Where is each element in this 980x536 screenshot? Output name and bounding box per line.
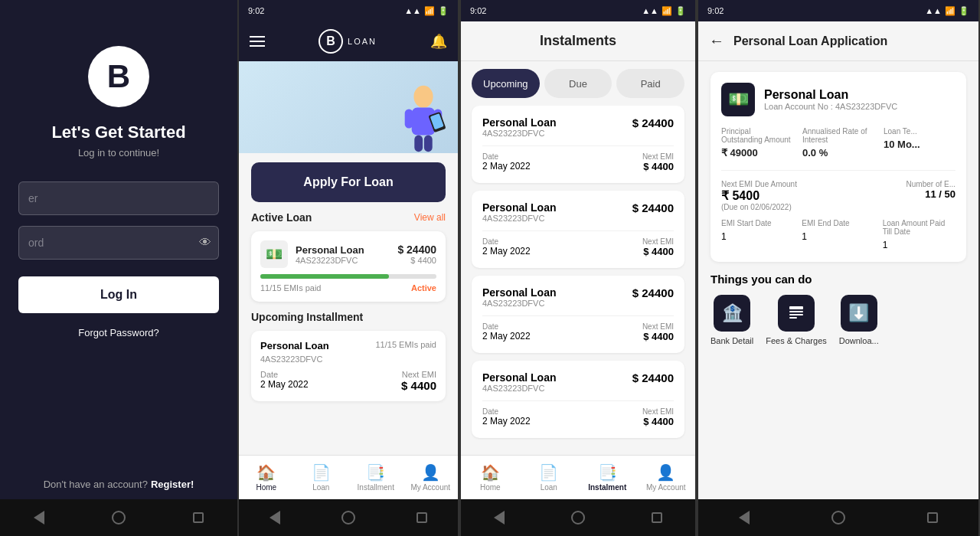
progress-fill	[260, 274, 389, 279]
back-nav-home[interactable]	[270, 511, 280, 525]
inst-header: Instalments	[461, 21, 695, 61]
end-date-cell: EMI End Date 1	[802, 219, 874, 251]
register-row: Don't have an account? Register!	[0, 479, 237, 490]
loan-name: Personal Loan	[296, 244, 364, 256]
detail-loan-name: Personal Loan	[764, 88, 897, 102]
home-nav-detail[interactable]	[831, 511, 845, 525]
username-input[interactable]	[18, 181, 219, 215]
inst-card-4: Personal Loan 4AS23223DFVC $ 24400 Date …	[472, 361, 684, 438]
loan-amount-right: $ 24400 $ 4400	[397, 243, 436, 265]
login-panel: B Let's Get Started Log in to continue! …	[0, 0, 237, 536]
inst-card-1: Personal Loan 4AS23223DFVC $ 24400 Date …	[472, 106, 684, 183]
home-nav-inst[interactable]	[571, 511, 585, 525]
inst-nav-loan[interactable]: 📄 Loan	[520, 456, 579, 499]
loan-amount: $ 24400	[397, 243, 436, 256]
nav-home-label: Home	[256, 483, 276, 492]
inst-loan-icon: 📄	[539, 463, 558, 482]
upcoming-loan-id: 4AS23223DFVC	[260, 355, 436, 364]
emi-row: Next EMI Due Amount ₹ 5400 (Due on 02/06…	[721, 180, 956, 211]
password-input[interactable]	[18, 226, 219, 260]
home-content: Active Loan View all 💵 Personal Loan 4AS…	[239, 211, 458, 536]
nav-installment[interactable]: 📑 Installment	[348, 456, 403, 499]
bell-icon[interactable]: 🔔	[430, 33, 447, 50]
home-nav-icon[interactable]	[112, 511, 126, 525]
inst-card-3: Personal Loan 4AS23223DFVC $ 24400 Date …	[472, 276, 684, 353]
loan-info: Personal Loan 4AS23223DFVC	[296, 244, 364, 265]
recent-nav-inst[interactable]	[652, 512, 662, 523]
inst-nav-installment[interactable]: 📑 Instalment	[578, 456, 637, 499]
detail-content: 💵 Personal Loan Loan Account No : 4AS232…	[698, 61, 978, 536]
inst-card-2: Personal Loan 4AS23223DFVC $ 24400 Date …	[472, 191, 684, 268]
recent-nav-detail[interactable]	[927, 512, 938, 523]
principal-cell: Principal Outstanding Amount ₹ 49000	[721, 127, 793, 159]
hamburger-menu[interactable]	[250, 36, 265, 47]
download-item[interactable]: ⬇️ Downloa...	[839, 295, 879, 345]
nav-home[interactable]: 🏠 Home	[239, 456, 294, 499]
inst-loan-label: Loan	[541, 483, 557, 492]
inst-loan-name-3: Personal Loan	[482, 286, 556, 299]
loan-emi: $ 4400	[397, 256, 436, 265]
login-button[interactable]: Log In	[18, 276, 219, 313]
status-bar-detail: 9:02 ▲▲ 📶 🔋	[698, 0, 978, 21]
no-account-text: Don't have an account?	[44, 479, 148, 490]
inst-nav-account[interactable]: 👤 My Account	[637, 456, 696, 499]
inst-loan-id-1: 4AS23223DFVC	[482, 129, 556, 138]
inst-home-icon: 🏠	[481, 463, 500, 482]
view-all-link[interactable]: View all	[414, 212, 446, 223]
svg-point-0	[413, 86, 433, 108]
fees-charges-item[interactable]: Fees & Charges	[766, 295, 826, 345]
nav-loan[interactable]: 📄 Loan	[294, 456, 349, 499]
inst-nav-home[interactable]: 🏠 Home	[461, 456, 520, 499]
banner-illustration	[397, 84, 450, 153]
progress-bg	[260, 274, 436, 279]
recent-nav-icon[interactable]	[193, 512, 204, 523]
inst-loan-id-3: 4AS23223DFVC	[482, 299, 556, 308]
status-bar-home: 9:02 ▲▲ 📶 🔋	[239, 0, 458, 21]
eye-icon[interactable]: 👁	[199, 236, 211, 250]
bank-detail-item[interactable]: 🏦 Bank Detail	[710, 295, 753, 345]
inst-loan-name-4: Personal Loan	[482, 371, 556, 384]
apply-loan-button[interactable]: Apply For Loan	[251, 162, 446, 202]
download-icon: ⬇️	[841, 295, 877, 332]
svg-rect-5	[424, 136, 433, 152]
upcoming-emi-val: $ 4400	[401, 379, 436, 392]
bank-detail-label: Bank Detail	[710, 336, 753, 345]
loan-detail-icon: 💵	[721, 83, 755, 116]
nav-account[interactable]: 👤 My Account	[403, 456, 459, 499]
status-icons-detail: ▲▲ 📶 🔋	[925, 6, 969, 16]
things-section: Things you can do 🏦 Bank Detail	[710, 273, 966, 345]
back-nav-icon[interactable]	[34, 511, 44, 525]
home-black-nav	[239, 499, 458, 536]
upcoming-emi-label: Next EMI	[401, 370, 436, 379]
end-label: EMI End Date	[802, 219, 874, 227]
recent-nav-home[interactable]	[416, 512, 427, 523]
active-loan-header: Active Loan View all	[239, 211, 458, 224]
tenure-cell: Loan Te... 10 Mo...	[884, 127, 956, 159]
time-home: 9:02	[248, 6, 264, 15]
inst-installment-icon: 📑	[598, 463, 617, 482]
register-link[interactable]: Register!	[151, 479, 194, 490]
home-nav-circle[interactable]	[341, 511, 355, 525]
loan-card-header: 💵 Personal Loan 4AS23223DFVC $ 24400 $ 4…	[260, 240, 436, 268]
inst-loan-name-1: Personal Loan	[482, 116, 556, 129]
back-nav-detail[interactable]	[739, 511, 750, 525]
inst-amount-1: $ 24400	[632, 116, 674, 129]
login-subtitle: Log in to continue!	[78, 147, 159, 159]
back-button[interactable]: ←	[709, 32, 724, 50]
tab-upcoming[interactable]: Upcoming	[472, 69, 540, 98]
time-inst: 9:02	[470, 6, 486, 15]
account-nav-icon: 👤	[421, 463, 440, 482]
nav-installment-label: Installment	[358, 483, 394, 492]
instalments-panel: 9:02 ▲▲ 📶 🔋 Instalments Upcoming Due Pai…	[459, 0, 697, 536]
rate-label: Annualised Rate of Interest	[802, 127, 874, 144]
inst-bottom-nav: 🏠 Home 📄 Loan 📑 Instalment 👤 My Account	[461, 455, 695, 499]
tab-due[interactable]: Due	[544, 69, 612, 98]
tab-paid[interactable]: Paid	[616, 69, 684, 98]
forgot-password-link[interactable]: Forgot Password?	[78, 327, 159, 338]
inst-account-icon: 👤	[656, 463, 675, 482]
back-nav-inst[interactable]	[494, 511, 505, 525]
nav-loan-label: Loan	[312, 483, 329, 492]
start-val: 1	[721, 231, 727, 242]
password-wrap: 👁	[18, 226, 219, 260]
emi-count-label: Number of E...	[906, 180, 956, 188]
